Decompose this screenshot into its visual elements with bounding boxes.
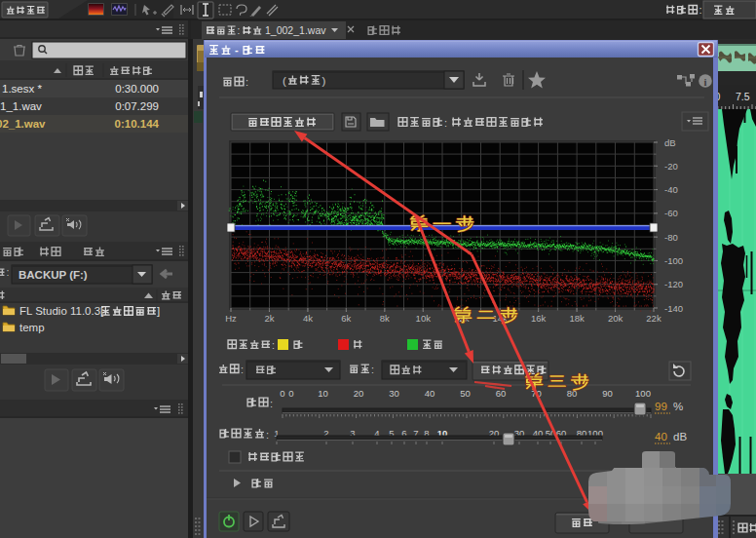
svg-text::: : bbox=[241, 364, 244, 375]
svg-text:-20: -20 bbox=[664, 161, 678, 172]
svg-text:-: - bbox=[235, 44, 239, 56]
svg-text:-120: -120 bbox=[664, 279, 683, 289]
svg-text:16k: 16k bbox=[531, 313, 547, 324]
svg-text:1_1.wav: 1_1.wav bbox=[0, 100, 42, 112]
svg-text:30: 30 bbox=[389, 388, 399, 399]
svg-text:Hz: Hz bbox=[225, 313, 237, 324]
svg-text:20k: 20k bbox=[608, 313, 624, 324]
svg-text:-40: -40 bbox=[664, 184, 678, 195]
svg-text::: : bbox=[266, 429, 269, 441]
svg-text:dB: dB bbox=[664, 137, 676, 148]
svg-text:0:07.299: 0:07.299 bbox=[115, 100, 159, 112]
svg-text:40: 40 bbox=[425, 388, 435, 399]
svg-text:90: 90 bbox=[602, 388, 613, 399]
svg-text:temp: temp bbox=[19, 322, 45, 333]
svg-text::: : bbox=[444, 117, 447, 129]
svg-text:-60: -60 bbox=[664, 208, 678, 218]
svg-text:(: ( bbox=[283, 75, 286, 87]
svg-text:99: 99 bbox=[655, 401, 667, 412]
svg-text:6k: 6k bbox=[341, 313, 351, 324]
svg-text:10: 10 bbox=[318, 388, 328, 399]
svg-text:2k: 2k bbox=[264, 313, 274, 324]
svg-text:1.sesx *: 1.sesx * bbox=[2, 83, 42, 95]
svg-text:10k: 10k bbox=[416, 313, 432, 324]
svg-text:02_1.wav: 02_1.wav bbox=[0, 118, 46, 130]
svg-text:%: % bbox=[673, 401, 683, 412]
svg-text::: : bbox=[246, 76, 248, 88]
svg-text:0:30.000: 0:30.000 bbox=[115, 83, 159, 95]
svg-text:BACKUP (F:): BACKUP (F:) bbox=[19, 269, 88, 281]
svg-text::: : bbox=[272, 339, 275, 351]
svg-text:-80: -80 bbox=[664, 232, 678, 243]
svg-text:i: i bbox=[704, 77, 707, 88]
svg-text:50: 50 bbox=[460, 388, 471, 399]
svg-text::: : bbox=[699, 4, 702, 16]
svg-text:]: ] bbox=[157, 305, 160, 317]
svg-text:7.5: 7.5 bbox=[736, 91, 750, 102]
svg-text:1_002_1.wav: 1_002_1.wav bbox=[265, 24, 326, 36]
svg-text:): ) bbox=[322, 75, 326, 87]
svg-text:40: 40 bbox=[655, 431, 667, 442]
svg-text:4k: 4k bbox=[303, 313, 313, 324]
svg-text::: : bbox=[371, 364, 374, 375]
svg-text:0: 0 bbox=[280, 388, 284, 399]
svg-text:-140: -140 bbox=[664, 303, 683, 314]
svg-text:18k: 18k bbox=[569, 313, 585, 324]
svg-text::: : bbox=[270, 398, 273, 409]
svg-text:20: 20 bbox=[354, 388, 364, 399]
svg-text:-100: -100 bbox=[664, 255, 683, 266]
svg-text::: : bbox=[237, 25, 240, 36]
svg-text:dB: dB bbox=[673, 431, 687, 442]
svg-text:100: 100 bbox=[635, 388, 651, 399]
svg-text:8k: 8k bbox=[380, 313, 390, 324]
svg-text:FL Studio 11.0.3[: FL Studio 11.0.3[ bbox=[19, 305, 104, 317]
svg-text:0:10.144: 0:10.144 bbox=[115, 118, 160, 130]
svg-text:0: 0 bbox=[288, 388, 293, 399]
svg-text::: : bbox=[7, 266, 10, 278]
svg-text:22k: 22k bbox=[646, 313, 662, 324]
